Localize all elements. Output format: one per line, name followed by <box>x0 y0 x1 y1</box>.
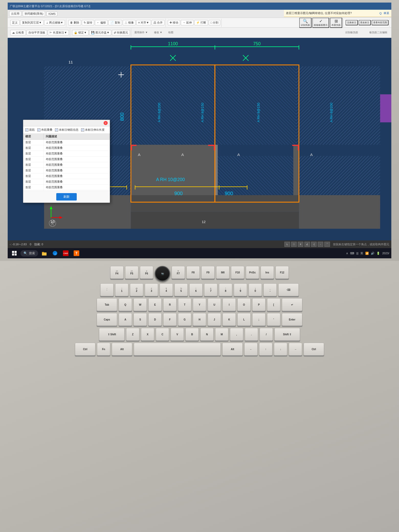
notif-link1[interactable]: Q <box>379 12 382 15</box>
dialog-table-body[interactable]: 首层 布筋范围重叠 首层 布筋范围重叠 首层 布筋范围重叠 首层 布筋范围重叠 <box>23 140 110 191</box>
key-alt-r[interactable]: Alt <box>222 343 243 356</box>
status-icon-x[interactable]: X <box>298 242 303 247</box>
cb-unmarked-rebar-box[interactable]: ✓ <box>55 128 58 131</box>
status-icon-box[interactable]: □ <box>291 242 297 247</box>
notif-link2[interactable]: 林某 <box>384 11 389 15</box>
key-u[interactable]: U <box>208 298 221 311</box>
key-9[interactable]: (9 <box>234 283 247 296</box>
btn-copy-layer[interactable]: 复制到其它层▼ <box>20 20 43 25</box>
key-c[interactable]: C <box>156 328 169 341</box>
btn-break[interactable]: ⚡ 打断 <box>194 20 208 25</box>
key-f12[interactable]: F12 <box>275 266 289 279</box>
key-arrow-r[interactable]: → <box>289 343 302 356</box>
key-v[interactable]: V <box>171 328 184 341</box>
tray-arrow-up[interactable]: ∧ <box>346 252 348 255</box>
key-5[interactable]: %5 <box>174 283 188 296</box>
key-m[interactable]: M <box>215 328 228 341</box>
key-f7[interactable]: R F7 <box>172 266 185 279</box>
btn-length-note[interactable]: ⊢ 长度标注▼ <box>48 30 69 35</box>
btn-verify-rebar[interactable]: ✓ 校核板筋图元 <box>312 18 329 28</box>
table-row[interactable]: 首层 布筋范围重叠 <box>23 157 110 162</box>
key-bracket-l[interactable]: [ <box>267 298 280 311</box>
btn-copy[interactable]: 📄 复制 <box>108 20 122 25</box>
key-o[interactable]: O <box>237 298 251 311</box>
btn-extend[interactable]: → 延伸 <box>181 20 194 25</box>
btn-save-element[interactable]: 💾 图元存盘▼ <box>89 30 111 35</box>
key-slash[interactable]: / <box>260 328 273 341</box>
btn-slope[interactable]: ← 偏移 <box>95 20 108 25</box>
taskbar-edge[interactable] <box>50 249 60 258</box>
cb-overlap[interactable]: ✓ 布筋重叠 <box>37 128 52 132</box>
key-f6[interactable]: d F6 <box>140 266 153 279</box>
btn-change-note[interactable]: 查改标注 <box>359 20 371 25</box>
key-prtsc[interactable]: PrtSc <box>246 266 259 279</box>
btn-lock[interactable]: 🔒 锁定▼ <box>72 30 88 35</box>
tray-lang[interactable]: 英 <box>360 251 363 255</box>
key-fn[interactable]: Fn <box>97 343 110 356</box>
cb-face-rebar[interactable]: ✓ 面筋 <box>25 128 35 132</box>
btn-auto-align[interactable]: 自动平齐顶板 <box>27 30 47 35</box>
table-row[interactable]: 首层 布筋范围重叠 <box>23 168 110 173</box>
table-row[interactable]: 首层 布筋范围重叠 <box>23 190 110 191</box>
status-icon-dash[interactable]: -| <box>311 242 317 247</box>
btn-rotate[interactable]: ↻ 旋转 <box>82 20 94 25</box>
key-tab[interactable]: Tab <box>97 298 117 311</box>
key-f9[interactable]: F9 <box>201 266 215 279</box>
btn-convert[interactable]: ⇄ 转换图元 <box>112 30 130 35</box>
key-ins[interactable]: Ins <box>261 266 274 279</box>
key-f8[interactable]: F8 <box>186 266 200 279</box>
btn-align[interactable]: ≡ 对齐▼ <box>136 20 151 25</box>
key-arrow-l[interactable]: ← <box>244 343 258 356</box>
btn-identify-rebar[interactable]: 🔍 识别负筋 <box>299 18 312 28</box>
key-arrow-u[interactable]: ↑ <box>259 343 272 356</box>
key-backspace[interactable]: ⌫ <box>278 283 299 296</box>
key-8[interactable]: *8 <box>219 283 232 296</box>
key-enter-top[interactable]: ↵ <box>282 298 302 311</box>
key-shift-l[interactable]: ⇧ Shift <box>99 328 125 341</box>
key-f[interactable]: F <box>163 313 176 326</box>
taskbar-search[interactable]: 🔍 搜索 <box>20 250 38 257</box>
cb-face-rebar-box[interactable]: ✓ <box>25 128 28 131</box>
key-p[interactable]: P <box>252 298 265 311</box>
btn-merge[interactable]: 品 合并 <box>152 20 164 25</box>
key-arrow-d[interactable]: ↓ <box>274 343 287 356</box>
btn-delete[interactable]: 🗑 删除 <box>68 20 81 25</box>
taskbar-cad[interactable]: CAD <box>61 249 70 258</box>
key-period[interactable]: . <box>245 328 258 341</box>
cb-unmarked-extend-box[interactable]: ✓ <box>81 128 84 131</box>
table-row[interactable]: 首层 布筋范围重叠 <box>23 173 110 179</box>
key-f4[interactable]: ch F4 <box>110 266 124 279</box>
key-7[interactable]: &7 <box>204 283 217 296</box>
tab-collab[interactable]: 协同建模(限免) <box>23 11 45 16</box>
key-f5[interactable]: ch F5 <box>125 266 138 279</box>
key-camera[interactable]: 📷 <box>155 266 170 281</box>
key-q[interactable]: Q <box>119 298 132 311</box>
status-icon-arc[interactable]: ⌒ <box>324 242 330 247</box>
key-tilde[interactable]: ~` <box>100 283 114 296</box>
btn-swap-note[interactable]: 交换标注 <box>346 20 358 25</box>
cb-overlap-box[interactable]: ✓ <box>37 128 40 131</box>
key-4[interactable]: $4 <box>160 283 173 296</box>
tray-wifi-icon[interactable]: 📶 <box>365 252 369 255</box>
refresh-button[interactable]: 刷新 <box>56 193 77 201</box>
key-2[interactable]: @2 <box>130 283 143 296</box>
key-k[interactable]: K <box>223 313 236 326</box>
table-row[interactable]: 首层 布筋范围重叠 <box>23 162 110 168</box>
key-space[interactable] <box>134 343 221 356</box>
key-a[interactable]: A <box>119 313 132 326</box>
cb-unmarked-extend[interactable]: ✓ 未标注伸出长度 <box>81 128 105 132</box>
btn-define[interactable]: 定义 <box>10 20 19 25</box>
key-1[interactable]: !1 <box>115 283 128 296</box>
btn-split[interactable]: □ 分割 <box>209 20 220 25</box>
key-alt-l[interactable]: Alt <box>112 343 132 356</box>
key-z[interactable]: Z <box>126 328 139 341</box>
taskbar-text-app[interactable]: T <box>72 249 81 258</box>
cb-unmarked-rebar[interactable]: ✓ 未标注钢筋信息 <box>55 128 79 132</box>
btn-view-range[interactable]: 查看布筋范围 <box>372 20 389 25</box>
tab-igms[interactable]: IGMS <box>47 12 57 16</box>
btn-move[interactable]: ✥ 移动 <box>168 20 180 25</box>
key-d[interactable]: D <box>148 313 162 326</box>
tray-keyboard-icon[interactable]: ⌨ <box>350 252 354 255</box>
key-ctrl-l[interactable]: Ctrl <box>75 343 95 356</box>
status-icon-dash2[interactable]: - <box>318 242 323 247</box>
